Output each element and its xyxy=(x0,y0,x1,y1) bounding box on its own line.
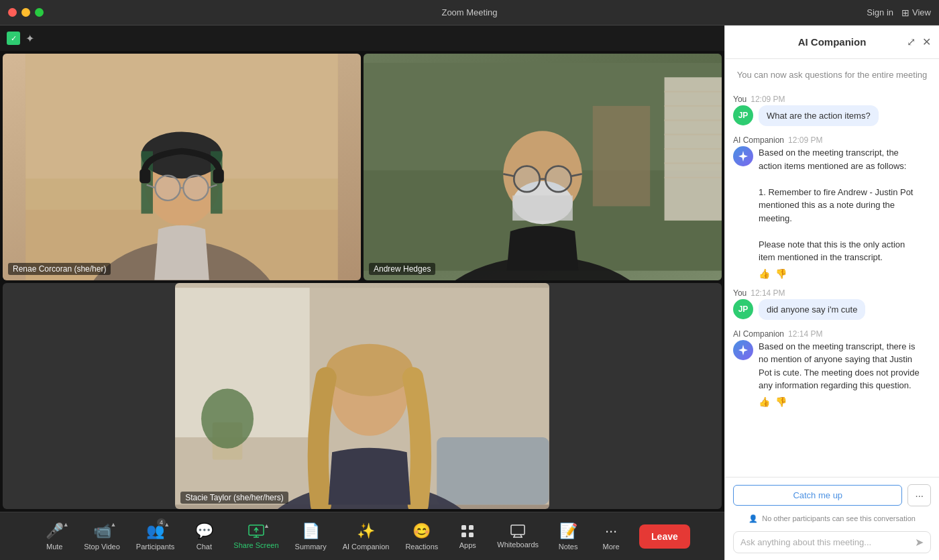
top-bar: ✓ ✦ xyxy=(0,25,724,51)
catch-me-up-button[interactable]: Catch me up xyxy=(733,485,902,506)
svg-point-5 xyxy=(141,131,222,178)
chat-reactions-1: 👍 👎 xyxy=(759,268,931,279)
toolbar-whiteboards[interactable]: Whiteboards xyxy=(490,520,545,553)
ai-avatar-2 xyxy=(733,340,753,360)
toolbar-summary[interactable]: 📄 Summary xyxy=(288,518,333,555)
title-bar-actions: Sign in ⊞ View xyxy=(867,7,931,18)
chat-meta-3: You 12:14 PM xyxy=(733,288,931,298)
chat-meta-2: AI Companion 12:09 PM xyxy=(733,135,931,145)
shield-icon: ✓ xyxy=(7,32,20,45)
chat-row-1-meta: You 12:09 PM JP What are the action item… xyxy=(733,95,931,126)
video-cell-stacie-container: Stacie Taylor (she/her/hers) xyxy=(3,283,722,510)
svg-rect-9 xyxy=(213,169,224,183)
thumbs-down-icon-1[interactable]: 👎 xyxy=(775,268,787,279)
ai-star-svg xyxy=(737,150,749,162)
svg-rect-29 xyxy=(512,195,573,220)
close-panel-icon[interactable]: ✕ xyxy=(922,36,931,48)
ai-bubble-2: Based on the meeting transcript, there i… xyxy=(759,340,920,392)
sender-name-1: You xyxy=(733,95,747,104)
sign-in-link[interactable]: Sign in xyxy=(867,7,893,17)
maximize-button[interactable] xyxy=(35,8,44,17)
chat-row-4-meta: AI Companion 12:14 PM Based on the meeti… xyxy=(733,329,931,407)
chat-bubble-row-2: Based on the meeting transcript, the act… xyxy=(733,146,931,264)
chat-label: Chat xyxy=(197,543,212,551)
svg-point-31 xyxy=(545,166,571,192)
chat-icon: 💬 xyxy=(195,522,213,540)
send-icon[interactable]: ➤ xyxy=(915,536,924,549)
toolbar-chat[interactable]: 💬 Chat xyxy=(184,518,224,555)
toolbar-reactions[interactable]: 😊 Reactions xyxy=(398,518,445,555)
video-cell-stacie: Stacie Taylor (she/her/hers) xyxy=(175,283,549,510)
chat-reactions-2: 👍 👎 xyxy=(759,396,931,407)
participants-label: Participants xyxy=(136,543,174,551)
user-avatar-2: JP xyxy=(733,299,753,319)
title-bar: Zoom Meeting Sign in ⊞ View xyxy=(0,0,939,25)
ai-companion-label: AI Companion xyxy=(343,543,390,551)
mute-label: Mute xyxy=(46,543,62,551)
svg-point-38 xyxy=(201,388,254,448)
toolbar-notes[interactable]: 📝 Notes xyxy=(548,518,588,555)
stacie-name-label: Stacie Taylor (she/her/hers) xyxy=(180,492,288,504)
toolbar: 🎤 ▲ Mute 📹 ▲ Stop Video 👥 4 ▲ Particip xyxy=(0,512,724,560)
summary-label: Summary xyxy=(295,543,327,551)
chat-meta-1: You 12:09 PM xyxy=(733,95,931,104)
ai-panel-body: You can now ask questions for the entire… xyxy=(725,59,939,477)
ai-panel-footer: Catch me up ··· 👤 No other participants … xyxy=(725,477,939,560)
ai-panel-header-actions: ⤢ ✕ xyxy=(907,36,931,48)
leave-button[interactable]: Leave xyxy=(639,524,690,549)
view-button[interactable]: ⊞ View xyxy=(901,7,931,18)
svg-rect-48 xyxy=(511,525,524,535)
apps-label: Apps xyxy=(459,541,476,549)
toolbar-stop-video[interactable]: 📹 ▲ Stop Video xyxy=(77,518,127,555)
toolbar-participants[interactable]: 👥 4 ▲ Participants xyxy=(129,518,181,555)
summary-icon: 📄 xyxy=(302,522,320,540)
toolbar-share-screen[interactable]: ▲ Share Screen xyxy=(227,520,285,553)
andrew-name-label: Andrew Hedges xyxy=(369,263,435,275)
sender-time-1: 12:09 PM xyxy=(751,95,785,104)
stacie-silhouette xyxy=(175,283,549,510)
catch-up-row: Catch me up ··· xyxy=(733,484,931,506)
ai-avatar-1 xyxy=(733,146,753,166)
video-area: ✓ ✦ xyxy=(0,25,724,560)
privacy-icon: 👤 xyxy=(749,514,758,522)
chat-bubble-row-1: JP What are the action items? xyxy=(733,105,931,126)
window-controls xyxy=(8,8,44,17)
more-icon: ··· xyxy=(605,522,617,540)
toolbar-ai-companion[interactable]: ✨ AI Companion xyxy=(336,518,396,555)
star-icon: ✦ xyxy=(25,32,34,45)
ai-panel-header: AI Companion ⤢ ✕ xyxy=(725,25,939,59)
apps-icon xyxy=(460,524,475,539)
ask-input[interactable] xyxy=(740,537,911,547)
svg-rect-45 xyxy=(469,525,474,530)
user-bubble-1: What are the action items? xyxy=(759,105,879,126)
share-arrow: ▲ xyxy=(264,522,270,529)
stop-video-icon: 📹 ▲ xyxy=(93,522,111,540)
sender-time-4: 12:14 PM xyxy=(788,329,822,339)
svg-rect-46 xyxy=(461,533,466,537)
thumbs-up-icon-1[interactable]: 👍 xyxy=(759,268,770,279)
minimize-button[interactable] xyxy=(21,8,30,17)
toolbar-more[interactable]: ··· More xyxy=(591,518,631,555)
more-label: More xyxy=(603,543,620,551)
svg-point-30 xyxy=(514,166,539,192)
toolbar-mute[interactable]: 🎤 ▲ Mute xyxy=(34,518,74,555)
sender-name-2: AI Companion xyxy=(733,135,784,145)
close-button[interactable] xyxy=(8,8,17,17)
toolbar-apps[interactable]: Apps xyxy=(447,520,488,553)
whiteboards-label: Whiteboards xyxy=(497,541,539,549)
chat-row-2-meta: AI Companion 12:09 PM Based on the meeti… xyxy=(733,135,931,279)
video-grid: Renae Corcoran (she/her) xyxy=(0,51,724,512)
stop-video-label: Stop Video xyxy=(84,543,120,551)
svg-point-11 xyxy=(183,176,208,201)
share-screen-icon: ▲ xyxy=(248,524,264,539)
thumbs-up-icon-2[interactable]: 👍 xyxy=(759,396,770,407)
privacy-note: 👤 No other participants can see this con… xyxy=(733,512,931,526)
sender-time-3: 12:14 PM xyxy=(751,288,785,298)
svg-rect-8 xyxy=(140,169,150,183)
ai-bubble-1: Based on the meeting transcript, the act… xyxy=(759,146,920,264)
thumbs-down-icon-2[interactable]: 👎 xyxy=(775,396,787,407)
chat-bubble-row-3: JP did anyone say i'm cute xyxy=(733,299,931,320)
sender-time-2: 12:09 PM xyxy=(788,135,822,145)
more-options-button[interactable]: ··· xyxy=(907,484,931,506)
popout-icon[interactable]: ⤢ xyxy=(907,36,916,48)
